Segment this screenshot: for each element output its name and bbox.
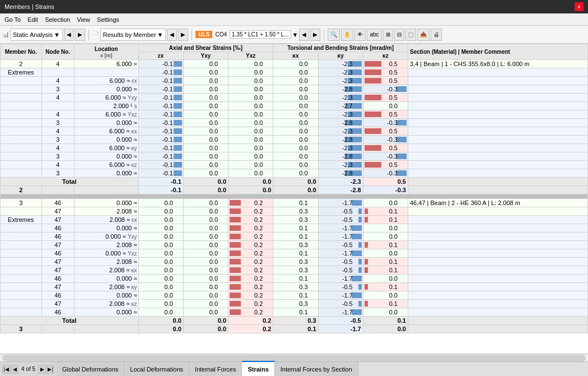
scrollbar-horizontal[interactable] — [0, 354, 588, 361]
table-row-member-total: 2 -0.1 0.0 0.0 0.0 -2.8 -0.3 — [1, 186, 588, 194]
menu-view[interactable]: View — [77, 16, 90, 23]
table-row: 2.000 ¹ s-0.10.00.00.0-2.70.0 — [1, 102, 588, 110]
header-ky: κy — [318, 52, 363, 60]
table-row-total: Total -0.1 0.0 0.0 0.0 -2.3 0.5 — [1, 178, 588, 186]
header-section: Section (Material) | Member Comment — [408, 44, 587, 60]
next-analysis-btn[interactable]: ▶ — [75, 29, 85, 41]
first-page-btn[interactable]: |◀ — [2, 365, 10, 374]
page-nav: |◀ ◀ 4 of 5 ▶ ▶| — [0, 365, 57, 374]
tab-internal-forces[interactable]: Internal Forces — [189, 362, 242, 377]
header-torsional-bending: Torsional and Bending Strains [mrad/m] — [273, 44, 408, 52]
table-row: Extremes-0.10.00.00.0-2.30.5 — [1, 68, 588, 77]
view-tools: 🔍 ✋ 👁 abc ⊞ ⊟ ⬚ 📤 🖨 — [328, 29, 441, 41]
menu-settings[interactable]: Settings — [97, 16, 119, 23]
tab-global-deformations[interactable]: Global Deformations — [57, 362, 124, 377]
table-row: 46.000 ≈ εx-0.10.00.00.0-2.30.5 — [1, 77, 588, 85]
table-row: 460.000 ≈ Yxy0.00.00.20.1-1.70.0 — [1, 233, 588, 241]
prev-results-btn[interactable]: ◀ — [167, 29, 177, 41]
menu-bar: Go To Edit Selection View Settings — [0, 13, 588, 26]
table-row: 472.008 ≈ κx0.00.00.20.3-0.50.1 — [1, 266, 588, 275]
close-button[interactable]: × — [575, 2, 584, 11]
menu-selection[interactable]: Selection — [45, 16, 70, 23]
window-btn[interactable]: ⬚ — [405, 29, 416, 41]
last-page-btn[interactable]: ▶| — [46, 365, 54, 374]
table-btn[interactable]: ⊞ — [383, 29, 393, 41]
next-results-btn[interactable]: ▶ — [178, 29, 188, 41]
table-row: 460.000 ≈0.00.00.20.1-1.70.0 — [1, 275, 588, 283]
table-row: 30.000 ≈-0.10.00.00.0-2.8-0.3 — [1, 85, 588, 94]
table-row: 46.000 ≈ κy-0.10.00.00.0-2.30.5 — [1, 144, 588, 152]
next-combo-btn[interactable]: ▶ — [310, 29, 320, 41]
uls-group: ULS CO4 1.35 * LC1 + 1.50 * L... ▼ ◀ ▶ — [195, 29, 320, 41]
header-ex: εx — [138, 52, 183, 60]
header-kz: κz — [363, 52, 408, 60]
table-row: 472.008 ≈0.00.00.20.3-0.50.1 — [1, 207, 588, 216]
table-row: Extremes472.008 ≈ εx0.00.00.20.3-0.50.1 — [1, 216, 588, 224]
table-row: 46.000 ≈ Yxy-0.10.00.00.0-2.30.5 — [1, 94, 588, 102]
table-row-total2: Total 0.0 0.0 0.2 0.3 -0.5 0.1 — [1, 317, 588, 325]
table-row: 30.000 ≈-0.10.00.00.0-2.8-0.3 — [1, 119, 588, 127]
menu-goto[interactable]: Go To — [4, 16, 21, 23]
strains-table: Member No. Node No. Location x [m] Axial… — [0, 44, 588, 333]
table-row: 46.000 ≈ Yxz-0.10.00.00.0-2.30.5 — [1, 110, 588, 119]
combo-label: 1.35 * LC1 + 1.50 * L... — [230, 30, 291, 39]
header-yxz: Yxz — [228, 52, 273, 60]
export-btn[interactable]: 📤 — [417, 29, 430, 41]
table-row: 30.000 ≈-0.10.00.00.0-2.8-0.3 — [1, 169, 588, 178]
bottom-tab-bar: Global Deformations Local Deformations I… — [57, 362, 588, 377]
prev-combo-btn[interactable]: ◀ — [299, 29, 309, 41]
zoom-btn[interactable]: 🔍 — [328, 29, 340, 41]
uls-badge: ULS — [195, 31, 212, 38]
table-row: 472.008 ≈ κy0.00.00.20.3-0.50.1 — [1, 283, 588, 291]
table-row: 30.000 ≈-0.10.00.00.0-2.8-0.3 — [1, 152, 588, 161]
window-title: Members | Strains — [4, 3, 54, 10]
tab-strains[interactable]: Strains — [242, 361, 274, 377]
table-separator — [1, 194, 588, 199]
pan-btn[interactable]: ✋ — [341, 29, 353, 41]
prev-page-btn[interactable]: ◀ — [11, 365, 18, 374]
title-bar: Members | Strains × — [0, 0, 588, 13]
header-node-no: Node No. — [41, 44, 74, 60]
analysis-dropdown[interactable]: Static Analysis ▼ — [10, 29, 63, 41]
print-btn[interactable]: 🖨 — [431, 29, 442, 41]
prev-analysis-btn[interactable]: ◀ — [64, 29, 74, 41]
next-page-btn[interactable]: ▶ — [38, 365, 46, 374]
table-row: 460.000 ≈ Yxz0.00.00.20.1-1.70.0 — [1, 249, 588, 258]
results-dropdown[interactable]: Results by Member ▼ — [100, 29, 166, 41]
table-row: 46.000 ≈ κz-0.10.00.00.0-2.30.5 — [1, 161, 588, 169]
tab-internal-forces-section[interactable]: Internal Forces by Section — [275, 362, 358, 377]
table-row: 472.008 ≈ κz0.00.00.20.3-0.50.1 — [1, 300, 588, 308]
table-row: 472.008 ≈0.00.00.20.3-0.50.1 — [1, 258, 588, 266]
table-row-member3-total: 3 0.0 0.0 0.2 0.1 -1.7 0.0 — [1, 325, 588, 333]
sep3 — [324, 29, 324, 40]
sep1 — [88, 29, 89, 40]
analysis-group: 📊 Static Analysis ▼ ◀ ▶ — [2, 29, 85, 41]
page-indicator: 4 of 5 — [19, 366, 38, 372]
table-row: 460.000 ≈0.00.00.20.1-1.70.0 — [1, 224, 588, 233]
results-group: 📄 Results by Member ▼ ◀ ▶ — [92, 29, 189, 41]
table-row: 460.000 ≈0.00.00.20.1-1.70.0 — [1, 291, 588, 300]
table-row: 460.000 ≈0.00.00.20.1-1.70.0 — [1, 308, 588, 317]
header-yxy: Yxy — [183, 52, 228, 60]
header-kx: κx — [273, 52, 318, 60]
abc-btn[interactable]: abc — [367, 29, 381, 41]
co4-label: CO4 — [213, 31, 228, 38]
table-row: 30.000 ≈-0.10.00.00.0-2.8-0.3 — [1, 136, 588, 144]
table-row: 472.008 ≈0.00.00.20.3-0.50.1 — [1, 241, 588, 249]
sep2 — [192, 29, 192, 40]
header-axial-shear: Axial and Shear Strains [‰] — [138, 44, 273, 52]
eye-btn[interactable]: 👁 — [354, 29, 366, 41]
tab-local-deformations[interactable]: Local Deformations — [124, 362, 189, 377]
table-row: 3460.000 ≈0.00.00.20.1-1.70.046,47 | Bea… — [1, 199, 588, 207]
table-row: 246.000 ≈-0.10.00.00.0-2.30.53,4 | Beam … — [1, 60, 588, 68]
toolbar: 📊 Static Analysis ▼ ◀ ▶ 📄 Results by Mem… — [0, 26, 588, 44]
header-location: Location x [m] — [74, 44, 138, 60]
header-member-no: Member No. — [1, 44, 42, 60]
table-row: 46.000 ≈ κx-0.10.00.00.0-2.30.5 — [1, 127, 588, 136]
menu-edit[interactable]: Edit — [27, 16, 38, 23]
table-container[interactable]: Member No. Node No. Location x [m] Axial… — [0, 44, 588, 354]
filter-btn[interactable]: ⊟ — [394, 29, 404, 41]
